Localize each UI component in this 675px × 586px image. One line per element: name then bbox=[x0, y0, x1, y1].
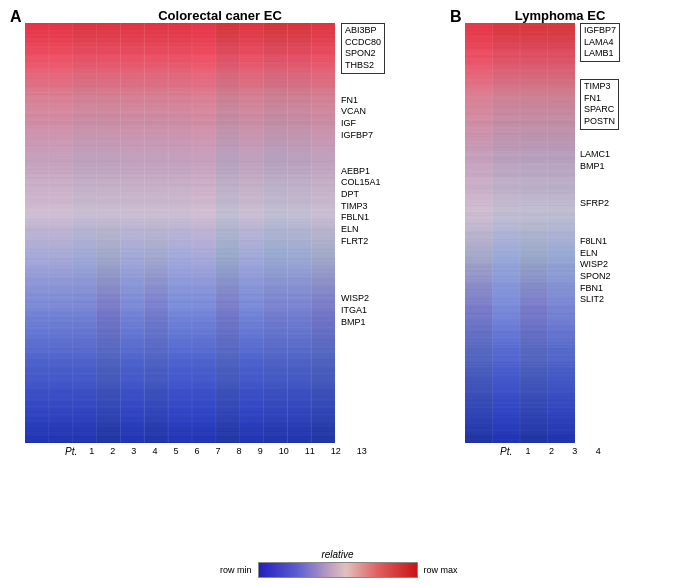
gene-name: SLIT2 bbox=[580, 294, 645, 306]
gene-name: WISP2 bbox=[341, 293, 415, 305]
gene-name: DPT bbox=[341, 189, 415, 201]
gene-name: POSTN bbox=[584, 116, 615, 128]
gene-name: LAMA4 bbox=[584, 37, 616, 49]
gene-name: ELN bbox=[580, 248, 645, 260]
gene-name: FN1 bbox=[584, 93, 615, 105]
x-tick-b4: 4 bbox=[596, 446, 601, 456]
gene-name: AEBP1 bbox=[341, 166, 415, 178]
x-tick-11: 11 bbox=[305, 446, 315, 456]
gene-name: VCAN bbox=[341, 106, 415, 118]
gene-name: COL15A1 bbox=[341, 177, 415, 189]
gene-name: ITGA1 bbox=[341, 305, 415, 317]
gene-name: IGF bbox=[341, 118, 415, 130]
x-tick-2: 2 bbox=[110, 446, 115, 456]
panel-b: B Lymphoma EC IGFBP7 LAMA4 LAMB1 bbox=[450, 8, 660, 457]
colorbar-section: relative row min row max bbox=[207, 549, 469, 578]
x-tick-b1: 1 bbox=[525, 446, 530, 456]
gene-name: FBN1 bbox=[580, 283, 645, 295]
gene-name: FN1 bbox=[341, 95, 415, 107]
x-axis-b: Pt. 1 2 3 4 bbox=[500, 446, 610, 457]
x-tick-13: 13 bbox=[357, 446, 367, 456]
pt-label-a: Pt. bbox=[65, 446, 77, 457]
pt-label-b: Pt. bbox=[500, 446, 512, 457]
gene-name: THBS2 bbox=[345, 60, 381, 72]
gene-labels-b: IGFBP7 LAMA4 LAMB1 TIMP3 FN1 SPARC POSTN bbox=[575, 23, 645, 312]
panels-row: A Colorectal caner EC ABI3BP CCDC80 SPON… bbox=[10, 8, 665, 541]
gene-group-3: AEBP1 COL15A1 DPT TIMP3 FBLN1 ELN FLRT2 bbox=[341, 166, 415, 248]
colorbar-min-label: row min bbox=[207, 565, 252, 575]
gene-name: LAMC1 bbox=[580, 149, 645, 161]
gene-name: FLRT2 bbox=[341, 236, 415, 248]
gene-group-4: WISP2 ITGA1 BMP1 bbox=[341, 293, 415, 328]
heatmap-a bbox=[25, 23, 335, 443]
x-ticks-a: 1 2 3 4 5 6 7 8 9 10 11 12 13 bbox=[81, 446, 375, 456]
panel-title-a: Colorectal caner EC bbox=[158, 8, 282, 23]
heatmap-container-b: IGFBP7 LAMA4 LAMB1 TIMP3 FN1 SPARC POSTN bbox=[465, 23, 645, 443]
heatmap-container-a: ABI3BP CCDC80 SPON2 THBS2 FN1 VCAN IGF I… bbox=[25, 23, 415, 443]
x-tick-6: 6 bbox=[194, 446, 199, 456]
gene-group-b1: IGFBP7 LAMA4 LAMB1 bbox=[580, 23, 645, 63]
main-container: A Colorectal caner EC ABI3BP CCDC80 SPON… bbox=[0, 0, 675, 586]
colorbar-label: relative bbox=[321, 549, 353, 560]
gene-name: WISP2 bbox=[580, 259, 645, 271]
x-tick-1: 1 bbox=[89, 446, 94, 456]
x-tick-b3: 3 bbox=[572, 446, 577, 456]
panel-label-b: B bbox=[450, 8, 462, 26]
colorbar-canvas bbox=[258, 562, 418, 578]
gene-name: TIMP3 bbox=[584, 81, 615, 93]
gene-group-2: FN1 VCAN IGF IGFBP7 bbox=[341, 95, 415, 142]
gene-name: ABI3BP bbox=[345, 25, 381, 37]
gene-group-1: ABI3BP CCDC80 SPON2 THBS2 bbox=[341, 23, 415, 75]
gene-name: IGFBP7 bbox=[341, 130, 415, 142]
colorbar-max-label: row max bbox=[424, 565, 469, 575]
x-tick-9: 9 bbox=[258, 446, 263, 456]
gene-name: SFRP2 bbox=[580, 198, 645, 210]
gene-name: F8LN1 bbox=[580, 236, 645, 248]
x-tick-3: 3 bbox=[131, 446, 136, 456]
gene-box-1: ABI3BP CCDC80 SPON2 THBS2 bbox=[341, 23, 385, 74]
x-tick-8: 8 bbox=[237, 446, 242, 456]
gene-group-b5: F8LN1 ELN WISP2 SPON2 FBN1 SLIT2 bbox=[580, 236, 645, 306]
gene-name: BMP1 bbox=[341, 317, 415, 329]
gene-box-b1: IGFBP7 LAMA4 LAMB1 bbox=[580, 23, 620, 62]
x-tick-b2: 2 bbox=[549, 446, 554, 456]
gene-group-b4: SFRP2 bbox=[580, 198, 645, 210]
gene-labels-a: ABI3BP CCDC80 SPON2 THBS2 FN1 VCAN IGF I… bbox=[335, 23, 415, 334]
gene-group-b2: TIMP3 FN1 SPARC POSTN bbox=[580, 79, 645, 131]
gene-name: BMP1 bbox=[580, 161, 645, 173]
gene-name: SPARC bbox=[584, 104, 615, 116]
x-tick-10: 10 bbox=[279, 446, 289, 456]
x-tick-4: 4 bbox=[152, 446, 157, 456]
gene-name: SPON2 bbox=[580, 271, 645, 283]
colorbar-row: row min row max bbox=[207, 562, 469, 578]
gene-name: IGFBP7 bbox=[584, 25, 616, 37]
panel-title-b: Lymphoma EC bbox=[515, 8, 606, 23]
gene-group-b3: LAMC1 BMP1 bbox=[580, 149, 645, 172]
gene-name: LAMB1 bbox=[584, 48, 616, 60]
gene-box-b2: TIMP3 FN1 SPARC POSTN bbox=[580, 79, 619, 130]
gene-name: SPON2 bbox=[345, 48, 381, 60]
x-tick-5: 5 bbox=[173, 446, 178, 456]
panel-label-a: A bbox=[10, 8, 22, 26]
x-axis-a: Pt. 1 2 3 4 5 6 7 8 9 10 11 12 13 bbox=[65, 446, 375, 457]
gene-name: FBLN1 bbox=[341, 212, 415, 224]
x-ticks-b: 1 2 3 4 bbox=[516, 446, 610, 456]
gene-name: CCDC80 bbox=[345, 37, 381, 49]
heatmap-b bbox=[465, 23, 575, 443]
panel-a: A Colorectal caner EC ABI3BP CCDC80 SPON… bbox=[10, 8, 430, 457]
gene-name: TIMP3 bbox=[341, 201, 415, 213]
x-tick-7: 7 bbox=[216, 446, 221, 456]
gene-name: ELN bbox=[341, 224, 415, 236]
x-tick-12: 12 bbox=[331, 446, 341, 456]
